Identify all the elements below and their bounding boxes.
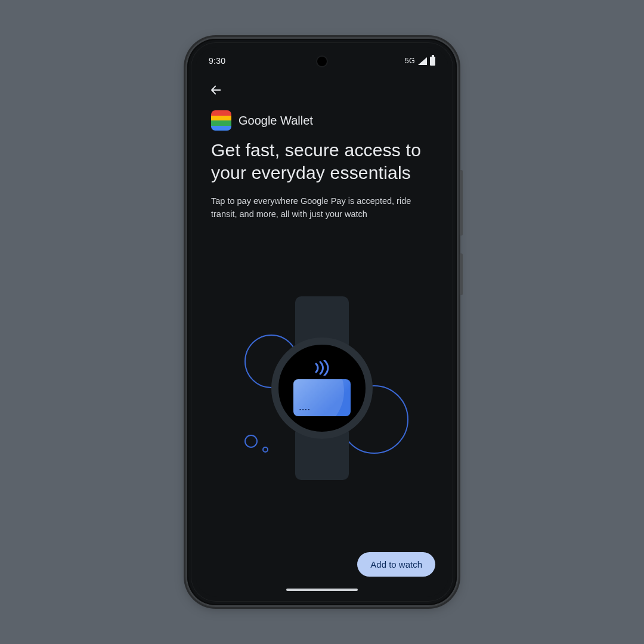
contactless-icon — [310, 360, 334, 376]
app-name: Google Wallet — [239, 114, 313, 128]
volume-button — [460, 170, 463, 236]
gesture-handle[interactable] — [286, 589, 358, 591]
add-to-watch-button[interactable]: Add to watch — [357, 552, 435, 577]
payment-card-icon: •••• — [293, 379, 351, 416]
power-button — [460, 253, 463, 295]
decorative-circle — [244, 435, 258, 448]
page-title: Get fast, secure access to your everyday… — [211, 139, 433, 185]
top-app-bar — [196, 75, 448, 107]
watch-face: •••• — [271, 338, 373, 439]
content-area: Google Wallet Get fast, secure access to… — [196, 107, 448, 544]
battery-icon — [430, 57, 435, 66]
signal-icon — [418, 57, 427, 65]
screen: 9:30 5G — [196, 47, 448, 597]
camera-punch-hole — [317, 57, 327, 66]
back-button[interactable] — [204, 78, 228, 102]
illustration: •••• — [211, 221, 433, 544]
decorative-circle — [262, 447, 268, 453]
card-dots: •••• — [299, 407, 311, 412]
phone-frame: 9:30 5G — [187, 39, 457, 605]
page-subtitle: Tap to pay everywhere Google Pay is acce… — [211, 194, 433, 221]
app-header: Google Wallet — [211, 110, 433, 131]
google-wallet-icon — [211, 110, 231, 131]
clock: 9:30 — [209, 56, 225, 66]
network-label: 5G — [405, 57, 415, 65]
arrow-back-icon — [209, 83, 222, 97]
